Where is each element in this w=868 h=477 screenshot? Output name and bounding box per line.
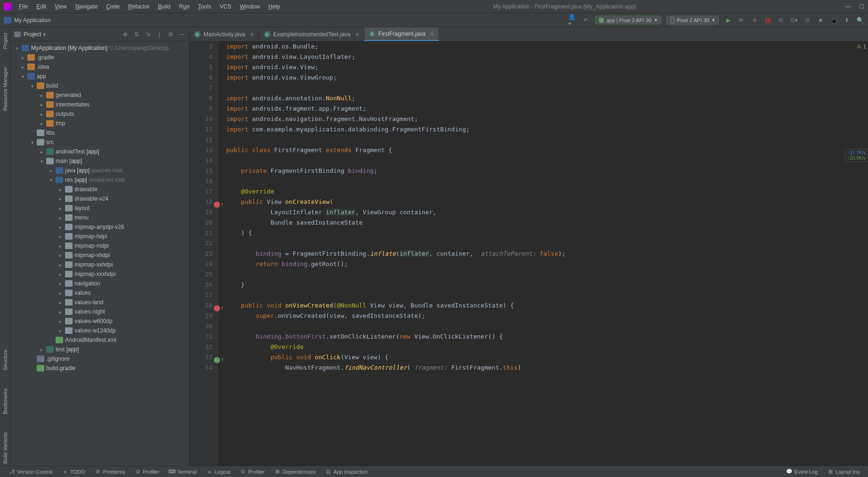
panel-title[interactable]: Project — [24, 31, 41, 38]
tree-res[interactable]: ▾res [app] resources root — [10, 175, 189, 185]
expand-icon[interactable]: ⇅ — [133, 31, 140, 38]
rail-structure[interactable]: Structure — [0, 348, 10, 372]
status-profiler2[interactable]: ⊙Profiler — [235, 469, 270, 475]
tree-values[interactable]: ▸values — [10, 288, 189, 298]
tab-example-test[interactable]: CExampleInstrumentedTest.java× — [259, 27, 364, 41]
status-todo[interactable]: ≡TODO — [57, 469, 90, 475]
back-icon[interactable]: ↶ — [581, 16, 590, 24]
status-version-control[interactable]: ⎇Version Control — [4, 469, 57, 475]
tree-android-test[interactable]: ▸androidTest [app] — [10, 147, 189, 156]
hide-icon[interactable]: — — [179, 31, 185, 38]
menu-file[interactable]: File — [15, 2, 32, 11]
close-icon[interactable]: × — [355, 31, 359, 38]
tree-manifest[interactable]: AndroidManifest.xml — [10, 335, 189, 345]
tree-app[interactable]: ▾app — [10, 72, 189, 81]
tree-values-w1240dp[interactable]: ▸values-w1240dp — [10, 326, 189, 335]
tree-drawable[interactable]: ▸drawable — [10, 185, 189, 194]
tree-root[interactable]: ▾MyApplication [My Application] C:\Users… — [10, 43, 189, 53]
device-selector[interactable]: Pixel 2 API 30 ▾ — [666, 16, 720, 25]
apply-changes-icon[interactable]: ≡ — [750, 16, 759, 24]
status-layout-inspector[interactable]: ⊞Layout Ins — [822, 469, 864, 475]
gutter[interactable]: 3 4 5 6 7 8 9 10 11 12 13 14 15 16 17 18… — [189, 41, 218, 466]
menu-navigate[interactable]: Navigate — [72, 2, 101, 11]
profile-icon[interactable]: ⊙▾ — [790, 16, 798, 24]
tree-mipmap-anydpi[interactable]: ▸mipmap-anydpi-v26 — [10, 222, 189, 232]
tree-values-land[interactable]: ▸values-land — [10, 298, 189, 307]
status-problems[interactable]: ⊘Problems — [90, 469, 130, 475]
gear-icon[interactable]: ⚙ — [167, 31, 174, 38]
override-marker-icon[interactable]: ⬤↑ — [213, 303, 219, 308]
stop-icon[interactable]: ■ — [816, 16, 825, 24]
menu-view[interactable]: View — [51, 2, 71, 11]
menu-tools[interactable]: Tools — [194, 2, 215, 11]
rail-bookmarks[interactable]: Bookmarks — [0, 387, 10, 416]
status-profiler[interactable]: ⊙Profiler — [130, 469, 164, 475]
tree-mipmap-mdpi[interactable]: ▸mipmap-mdpi — [10, 241, 189, 251]
tree-build-gradle[interactable]: build.gradle — [10, 364, 189, 373]
menu-refactor[interactable]: Refactor — [124, 2, 153, 11]
tab-main-activity[interactable]: CMainActivity.java× — [189, 27, 259, 41]
menu-vcs[interactable]: VCS — [216, 2, 235, 11]
tree-generated[interactable]: ▸generated — [10, 90, 189, 100]
project-tree[interactable]: ▾MyApplication [My Application] C:\Users… — [10, 41, 189, 466]
avd-manager-icon[interactable]: 📱 — [829, 16, 838, 24]
tree-navigation[interactable]: ▸navigation — [10, 279, 189, 288]
override-marker-icon[interactable]: ⬤↑ — [213, 355, 219, 360]
debug-icon[interactable]: 🐞 — [763, 16, 772, 24]
menu-window[interactable]: Window — [236, 2, 264, 11]
tree-mipmap-xxxhdpi[interactable]: ▸mipmap-xxxhdpi — [10, 269, 189, 279]
rail-resource-manager[interactable]: Resource Manager — [0, 65, 10, 113]
tree-mipmap-xxhdpi[interactable]: ▸mipmap-xxhdpi — [10, 260, 189, 269]
tree-idea[interactable]: ▸.idea — [10, 62, 189, 72]
rail-project[interactable]: Project — [0, 31, 10, 51]
tree-values-w600dp[interactable]: ▸values-w600dp — [10, 316, 189, 326]
run-config-selector[interactable]: app | Pixel 2 API 30 ▾ — [595, 16, 662, 24]
status-dependencies[interactable]: ⊞Dependencies — [270, 469, 320, 475]
run-button[interactable]: ▶ — [724, 16, 732, 24]
tree-mipmap-xhdpi[interactable]: ▸mipmap-xhdpi — [10, 251, 189, 260]
tree-outputs[interactable]: ▸outputs — [10, 109, 189, 119]
tree-main[interactable]: ▾main [app] — [10, 156, 189, 166]
coverage-icon[interactable]: ⊙ — [777, 16, 785, 24]
status-event-log[interactable]: 💬Event Log — [781, 469, 823, 475]
override-marker-icon[interactable]: ⬤↑ — [213, 199, 219, 205]
sdk-manager-icon[interactable]: ⬇ — [843, 16, 851, 24]
tree-values-night[interactable]: ▸values-night — [10, 307, 189, 316]
rail-build-variants[interactable]: Build Variants — [0, 430, 10, 466]
tree-src[interactable]: ▾src — [10, 137, 189, 147]
tree-test[interactable]: ▸test [app] — [10, 345, 189, 354]
status-logcat[interactable]: ≡Logcat — [202, 469, 235, 475]
status-app-inspection[interactable]: ⊡App Inspection — [320, 469, 373, 475]
tree-mipmap-hdpi[interactable]: ▸mipmap-hdpi — [10, 232, 189, 241]
menu-code[interactable]: Code — [102, 2, 123, 11]
search-icon[interactable]: 🔍 — [856, 16, 864, 24]
menu-run[interactable]: Run — [175, 2, 193, 11]
dropdown-icon[interactable]: ▾ — [43, 31, 46, 38]
collapse-icon[interactable]: ⇲ — [145, 31, 151, 38]
close-icon[interactable]: × — [250, 31, 254, 38]
menu-build[interactable]: Build — [154, 2, 174, 11]
menu-edit[interactable]: Edit — [33, 2, 50, 11]
status-terminal[interactable]: ⌨Terminal — [164, 469, 202, 475]
tree-menu[interactable]: ▸menu — [10, 213, 189, 222]
tree-java[interactable]: ▸java [app] sources root — [10, 166, 189, 175]
locate-icon[interactable]: ⊕ — [122, 31, 129, 38]
code-content[interactable]: import android.os.Bundle; import android… — [218, 41, 868, 466]
add-user-icon[interactable]: 👤▾ — [568, 16, 577, 24]
tree-tmp[interactable]: ▸tmp — [10, 119, 189, 128]
tree-intermediates[interactable]: ▸intermediates — [10, 100, 189, 109]
editor-inspection[interactable]: ⚠ 1 — [857, 43, 866, 49]
breadcrumb[interactable]: My Application — [14, 17, 50, 24]
close-icon[interactable]: × — [430, 30, 434, 38]
tree-build[interactable]: ▾build — [10, 81, 189, 90]
code-editor[interactable]: 3 4 5 6 7 8 9 10 11 12 13 14 15 16 17 18… — [189, 41, 868, 466]
tab-first-fragment[interactable]: CFirstFragment.java× — [364, 27, 439, 41]
tree-drawable-v24[interactable]: ▸drawable-v24 — [10, 194, 189, 203]
menu-help[interactable]: Help — [264, 2, 284, 11]
tree-gradle[interactable]: ▸.gradle — [10, 53, 189, 62]
debug-apply-icon[interactable]: ⟳ — [737, 16, 745, 24]
minimize-button[interactable]: — — [845, 4, 851, 9]
attach-debugger-icon[interactable]: ⊙ — [803, 16, 811, 24]
maximize-button[interactable]: ☐ — [859, 4, 864, 9]
tree-gitignore[interactable]: .gitignore — [10, 354, 189, 364]
